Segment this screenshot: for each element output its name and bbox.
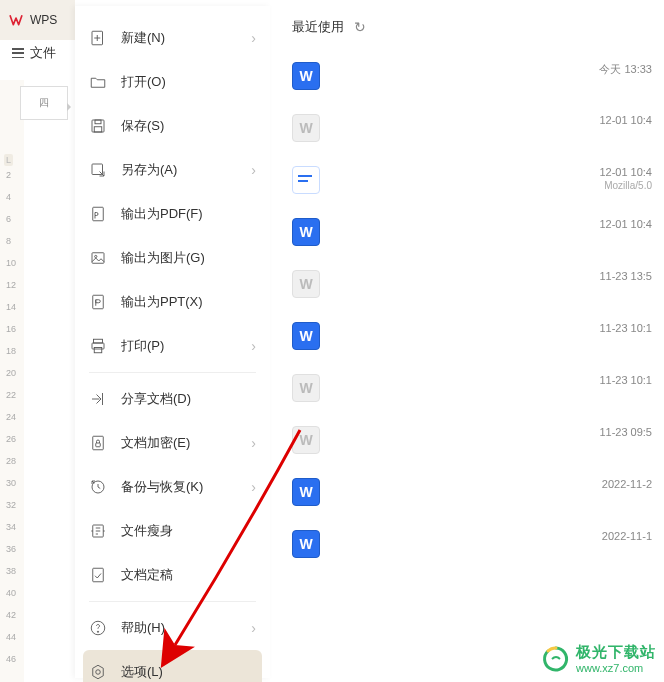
ppt-icon	[89, 293, 107, 311]
file-type-icon: W	[292, 62, 320, 90]
recent-header: 最近使用 ↻	[280, 18, 664, 50]
refresh-icon[interactable]: ↻	[354, 19, 366, 35]
finalize-icon	[89, 566, 107, 584]
svg-marker-21	[93, 665, 104, 679]
hamburger-icon	[12, 48, 24, 58]
ruler-tick: 18	[6, 346, 16, 356]
ruler-tick: 26	[6, 434, 16, 444]
file-menu-dropdown: 新建(N)›打开(O)保存(S)另存为(A)›输出为PDF(F)输出为图片(G)…	[75, 6, 270, 678]
file-date: 12-01 10:4	[599, 166, 652, 178]
ruler-tick: 12	[6, 280, 16, 290]
file-meta: 12-01 10:4	[599, 114, 652, 126]
file-meta: 今天 13:33	[599, 62, 652, 77]
ruler-tick: 28	[6, 456, 16, 466]
recent-item[interactable]: W11-23 10:1	[280, 362, 664, 414]
menu-item-share[interactable]: 分享文档(D)	[75, 377, 270, 421]
chevron-right-icon: ›	[251, 620, 256, 636]
pdf-icon	[89, 205, 107, 223]
vertical-ruler: 2468101214161820222426283032343638404244…	[0, 80, 24, 682]
help-icon	[89, 619, 107, 637]
ruler-tick: 38	[6, 566, 16, 576]
recent-item[interactable]: W2022-11-2	[280, 466, 664, 518]
menu-label: 文档加密(E)	[121, 434, 237, 452]
ruler-tick: 24	[6, 412, 16, 422]
ruler-tick: 32	[6, 500, 16, 510]
menu-label: 输出为PDF(F)	[121, 205, 256, 223]
file-date: 11-23 13:5	[599, 270, 652, 282]
ruler-tick: 44	[6, 632, 16, 642]
watermark: 极光下载站 www.xz7.com	[542, 643, 656, 674]
new-icon	[89, 29, 107, 47]
svg-rect-4	[95, 120, 101, 124]
file-date: 今天 13:33	[599, 62, 652, 77]
file-type-icon: W	[292, 426, 320, 454]
menu-label: 另存为(A)	[121, 161, 237, 179]
svg-rect-11	[94, 339, 103, 343]
file-tab[interactable]: 文件	[12, 44, 56, 62]
menu-item-ppt[interactable]: 输出为PPT(X)	[75, 280, 270, 324]
menu-label: 新建(N)	[121, 29, 237, 47]
menu-item-slim[interactable]: 文件瘦身	[75, 509, 270, 553]
menu-item-open[interactable]: 打开(O)	[75, 60, 270, 104]
recent-item[interactable]: 12-01 10:4Mozilla/5.0	[280, 154, 664, 206]
menu-item-help[interactable]: 帮助(H)›	[75, 606, 270, 650]
recent-item[interactable]: W11-23 13:5	[280, 258, 664, 310]
svg-rect-18	[93, 568, 104, 582]
encrypt-icon	[89, 434, 107, 452]
svg-point-22	[96, 670, 101, 675]
chevron-right-icon: ›	[251, 338, 256, 354]
file-date: 11-23 10:1	[599, 374, 652, 386]
file-meta: 11-23 13:5	[599, 270, 652, 282]
page-thumbnail[interactable]: 四	[20, 86, 68, 120]
watermark-logo-icon	[542, 645, 570, 673]
menu-item-finalize[interactable]: 文档定稿	[75, 553, 270, 597]
ruler-tick: 10	[6, 258, 16, 268]
options-icon	[89, 663, 107, 681]
recent-item[interactable]: W今天 13:33	[280, 50, 664, 102]
recent-item[interactable]: W2022-11-1	[280, 518, 664, 570]
menu-label: 分享文档(D)	[121, 390, 256, 408]
ruler-tick: 6	[6, 214, 11, 224]
recent-list: W今天 13:33W12-01 10:412-01 10:4Mozilla/5.…	[280, 50, 664, 570]
menu-item-pdf[interactable]: 输出为PDF(F)	[75, 192, 270, 236]
open-icon	[89, 73, 107, 91]
file-date: 11-23 10:1	[599, 322, 652, 334]
menu-item-encrypt[interactable]: 文档加密(E)›	[75, 421, 270, 465]
chevron-right-icon: ›	[251, 162, 256, 178]
menu-item-image[interactable]: 输出为图片(G)	[75, 236, 270, 280]
print-icon	[89, 337, 107, 355]
menu-item-save[interactable]: 保存(S)	[75, 104, 270, 148]
menu-item-options[interactable]: 选项(L)	[83, 650, 262, 682]
chevron-right-icon: ›	[251, 479, 256, 495]
ruler-tick: 16	[6, 324, 16, 334]
menu-item-backup[interactable]: 备份与恢复(K)›	[75, 465, 270, 509]
file-tab-label: 文件	[30, 44, 56, 62]
recent-item[interactable]: W11-23 10:1	[280, 310, 664, 362]
recent-item[interactable]: W12-01 10:4	[280, 102, 664, 154]
menu-item-new[interactable]: 新建(N)›	[75, 16, 270, 60]
menu-label: 保存(S)	[121, 117, 256, 135]
file-type-icon: W	[292, 218, 320, 246]
svg-rect-5	[94, 127, 102, 132]
save-as-icon	[89, 161, 107, 179]
menu-item-save-as[interactable]: 另存为(A)›	[75, 148, 270, 192]
file-date: 12-01 10:4	[599, 114, 652, 126]
save-icon	[89, 117, 107, 135]
svg-point-20	[97, 631, 98, 632]
ruler-tick: 2	[6, 170, 11, 180]
file-meta: 12-01 10:4	[599, 218, 652, 230]
menu-label: 选项(L)	[121, 663, 256, 681]
recent-files-panel: 最近使用 ↻ W今天 13:33W12-01 10:412-01 10:4Moz…	[280, 18, 664, 682]
menu-label: 输出为PPT(X)	[121, 293, 256, 311]
recent-item[interactable]: W12-01 10:4	[280, 206, 664, 258]
file-type-icon	[292, 166, 320, 194]
file-meta: 2022-11-2	[602, 478, 652, 490]
ruler-tick: 34	[6, 522, 16, 532]
image-icon	[89, 249, 107, 267]
menu-item-print[interactable]: 打印(P)›	[75, 324, 270, 368]
slim-icon	[89, 522, 107, 540]
recent-item[interactable]: W11-23 09:5	[280, 414, 664, 466]
ruler-tick: 46	[6, 654, 16, 664]
ruler-tick: 40	[6, 588, 16, 598]
svg-point-9	[95, 255, 97, 257]
